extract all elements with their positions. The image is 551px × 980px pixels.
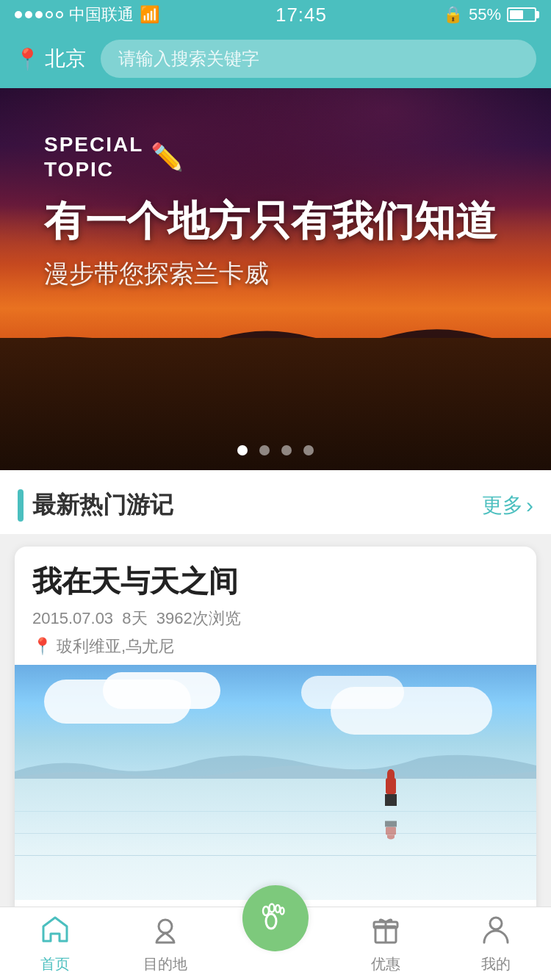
special-topic-badge: SPECIALTOPIC ✏️ bbox=[44, 132, 497, 181]
status-time: 17:45 bbox=[276, 4, 327, 26]
signal-dot-5 bbox=[56, 11, 63, 18]
carrier-label: 中国联通 bbox=[69, 4, 134, 26]
tab-home-label: 首页 bbox=[40, 954, 70, 974]
location-button[interactable]: 📍 北京 bbox=[15, 45, 86, 73]
card-1-location-text: 玻利维亚,乌尤尼 bbox=[57, 635, 174, 657]
person-reflection bbox=[385, 821, 397, 840]
section-title: 最新热门游记 bbox=[32, 489, 173, 522]
special-topic-label: SPECIALTOPIC bbox=[44, 132, 143, 181]
banner-dot-3[interactable] bbox=[281, 445, 292, 455]
banner-text: SPECIALTOPIC ✏️ 有一个地方只有我们知道 漫步带您探索兰卡威 bbox=[44, 132, 497, 291]
banner-dot-1[interactable] bbox=[237, 445, 248, 455]
signal-dot-2 bbox=[25, 11, 32, 18]
svg-point-8 bbox=[490, 918, 502, 929]
signal-dot-3 bbox=[35, 11, 43, 18]
signal-dots bbox=[15, 11, 63, 18]
svg-point-1 bbox=[266, 914, 276, 929]
search-input-wrapper[interactable]: 请输入搜索关键字 bbox=[101, 40, 536, 78]
tab-destination-label: 目的地 bbox=[143, 954, 187, 974]
svg-point-4 bbox=[276, 905, 280, 912]
more-label: 更多 bbox=[482, 491, 523, 519]
salt-flat bbox=[15, 779, 536, 900]
wifi-icon: 📶 bbox=[140, 5, 159, 24]
section-accent-bar bbox=[18, 489, 24, 522]
tab-home[interactable]: 首页 bbox=[0, 907, 110, 980]
search-bar: 📍 北京 请输入搜索关键字 bbox=[0, 29, 551, 88]
tab-profile-label: 我的 bbox=[481, 954, 511, 974]
tab-profile[interactable]: 我的 bbox=[441, 907, 551, 980]
svg-point-5 bbox=[281, 908, 284, 915]
cloud-2 bbox=[103, 672, 220, 709]
person-icon bbox=[480, 913, 512, 950]
banner-subtitle: 漫步带您探索兰卡威 bbox=[44, 257, 497, 291]
home-icon bbox=[39, 913, 71, 950]
destination-icon bbox=[149, 913, 181, 950]
section-title-wrap: 最新热门游记 bbox=[18, 489, 173, 522]
tab-footprint[interactable] bbox=[220, 907, 331, 980]
status-left: 中国联通 📶 bbox=[15, 4, 159, 26]
chevron-right-icon: › bbox=[526, 493, 533, 518]
card-1-image bbox=[15, 665, 536, 900]
signal-dot-4 bbox=[46, 11, 53, 18]
location-pin-icon: 📍 bbox=[15, 47, 40, 71]
tab-deals-label: 优惠 bbox=[371, 954, 400, 974]
svg-point-3 bbox=[270, 904, 275, 912]
cloud-4 bbox=[301, 676, 404, 709]
gift-icon bbox=[370, 913, 402, 950]
location-pin-icon-card1: 📍 bbox=[32, 637, 52, 656]
salt-flat-scene bbox=[15, 665, 536, 900]
reflection-line-1 bbox=[15, 855, 536, 856]
card-1-views: 3962次浏览 bbox=[156, 609, 241, 627]
card-1-title: 我在天与天之间 bbox=[32, 561, 519, 602]
lock-icon: 🔒 bbox=[443, 5, 463, 24]
card-1-days: 8天 bbox=[122, 609, 147, 627]
search-placeholder: 请输入搜索关键字 bbox=[118, 47, 259, 71]
center-tab-circle bbox=[242, 885, 309, 951]
reflection-line-3 bbox=[15, 811, 536, 812]
svg-point-2 bbox=[263, 907, 269, 915]
status-right: 🔒 55% bbox=[443, 5, 536, 24]
location-text: 北京 bbox=[45, 45, 86, 73]
banner-dot-2[interactable] bbox=[259, 445, 270, 455]
banner-dot-4[interactable] bbox=[303, 445, 314, 455]
battery-percent: 55% bbox=[469, 5, 501, 24]
card-1-header: 我在天与天之间 2015.07.03 8天 3962次浏览 📍 玻利维亚,乌尤尼 bbox=[15, 547, 536, 665]
card-1-meta: 2015.07.03 8天 3962次浏览 bbox=[32, 608, 519, 630]
person-figure bbox=[385, 769, 397, 806]
svg-point-0 bbox=[159, 920, 172, 933]
card-1-location: 📍 玻利维亚,乌尤尼 bbox=[32, 635, 519, 657]
hero-banner[interactable]: SPECIALTOPIC ✏️ 有一个地方只有我们知道 漫步带您探索兰卡威 bbox=[0, 88, 551, 470]
section-header: 最新热门游记 更多 › bbox=[0, 476, 551, 535]
status-bar: 中国联通 📶 17:45 🔒 55% bbox=[0, 0, 551, 29]
card-1-date: 2015.07.03 bbox=[32, 609, 113, 627]
tab-deals[interactable]: 优惠 bbox=[331, 907, 441, 980]
more-button[interactable]: 更多 › bbox=[482, 491, 533, 519]
reflection-line-2 bbox=[15, 833, 536, 834]
tab-bar: 首页 目的地 bbox=[0, 907, 551, 980]
banner-pagination bbox=[237, 445, 314, 455]
pencil-icon: ✏️ bbox=[151, 142, 184, 173]
banner-title: 有一个地方只有我们知道 bbox=[44, 196, 497, 245]
footprint-icon bbox=[257, 898, 294, 939]
tab-destination[interactable]: 目的地 bbox=[110, 907, 220, 980]
signal-dot-1 bbox=[15, 11, 22, 18]
battery-icon bbox=[507, 7, 536, 22]
gap bbox=[0, 470, 551, 476]
battery-fill bbox=[510, 10, 523, 19]
